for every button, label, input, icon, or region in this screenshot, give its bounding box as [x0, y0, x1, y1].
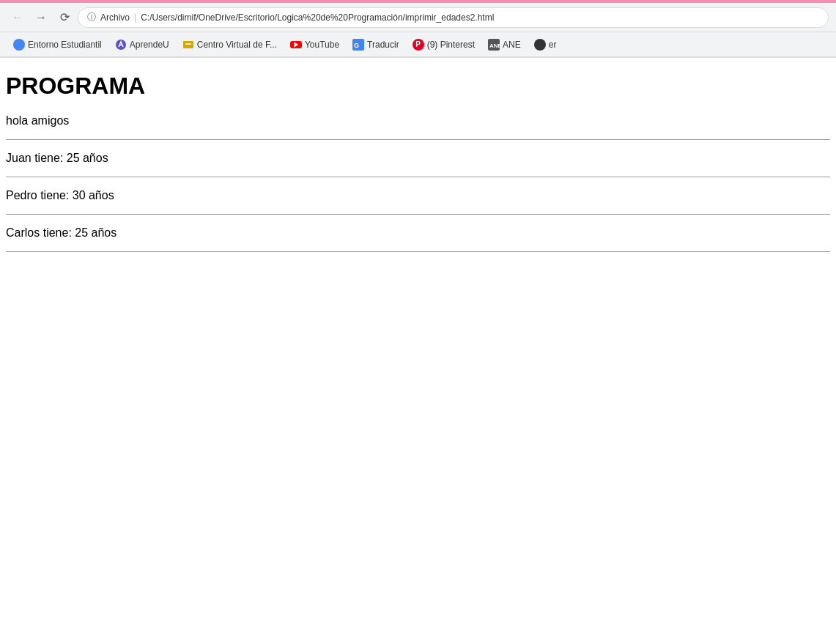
bookmark-pinterest-label: (9) Pinterest: [427, 40, 475, 50]
refresh-button[interactable]: ⟳: [54, 7, 75, 28]
nav-bar: ← → ⟳ ⓘ Archivo | C:/Users/dimif/OneDriv…: [0, 3, 836, 32]
aprendeu-icon: [115, 39, 127, 51]
bookmarks-bar: Entorno Estudiantil AprendeU Centro Virt…: [0, 32, 836, 57]
greeting-text: hola amigos: [6, 114, 830, 127]
bookmark-ane-label: ANE: [503, 40, 521, 50]
browser-chrome: ← → ⟳ ⓘ Archivo | C:/Users/dimif/OneDriv…: [0, 3, 836, 58]
bookmark-traducir[interactable]: G Traducir: [347, 36, 405, 53]
bookmark-traducir-label: Traducir: [367, 40, 399, 50]
bookmark-centro[interactable]: Centro Virtual de F...: [177, 36, 283, 53]
divider-1: [6, 139, 830, 140]
page-title: PROGRAMA: [6, 73, 830, 100]
page-content: PROGRAMA hola amigos Juan tiene: 25 años…: [0, 58, 836, 278]
bookmark-aprendeu-label: AprendeU: [130, 40, 169, 50]
bookmark-entorno[interactable]: Entorno Estudiantil: [7, 36, 108, 53]
bookmark-aprendeu[interactable]: AprendeU: [109, 36, 175, 53]
bookmark-extra[interactable]: er: [528, 36, 563, 53]
centro-icon: [182, 39, 194, 51]
bookmark-extra-label: er: [549, 40, 557, 50]
address-path: C:/Users/dimif/OneDrive/Escritorio/Logic…: [141, 12, 494, 23]
address-separator: |: [134, 12, 136, 23]
bookmark-youtube[interactable]: YouTube: [284, 36, 345, 53]
extra-icon: [534, 39, 546, 51]
svg-text:ANE: ANE: [489, 42, 500, 49]
bookmark-youtube-label: YouTube: [305, 40, 339, 50]
forward-button[interactable]: →: [31, 7, 51, 28]
svg-text:G: G: [354, 42, 359, 49]
bookmark-ane[interactable]: ANE ANE: [482, 36, 527, 53]
svg-rect-2: [185, 43, 191, 45]
bookmark-entorno-label: Entorno Estudiantil: [28, 40, 102, 50]
address-protocol: Archivo: [100, 12, 130, 23]
carlos-line: Carlos tiene: 25 años: [6, 226, 830, 240]
divider-2: [6, 177, 830, 177]
divider-3: [6, 214, 830, 215]
bookmark-pinterest[interactable]: P (9) Pinterest: [407, 36, 481, 53]
divider-4: [6, 251, 830, 252]
globe-icon: [13, 39, 25, 51]
ane-icon: ANE: [488, 39, 500, 51]
translate-icon: G: [352, 39, 364, 51]
pinterest-icon: P: [413, 39, 424, 51]
pedro-line: Pedro tiene: 30 años: [6, 189, 830, 202]
youtube-icon: [290, 39, 302, 51]
address-bar[interactable]: ⓘ Archivo | C:/Users/dimif/OneDrive/Escr…: [78, 7, 829, 28]
address-security-icon: ⓘ: [87, 11, 96, 23]
bookmark-centro-label: Centro Virtual de F...: [197, 40, 277, 50]
back-button[interactable]: ←: [7, 7, 28, 28]
juan-line: Juan tiene: 25 años: [6, 152, 830, 165]
